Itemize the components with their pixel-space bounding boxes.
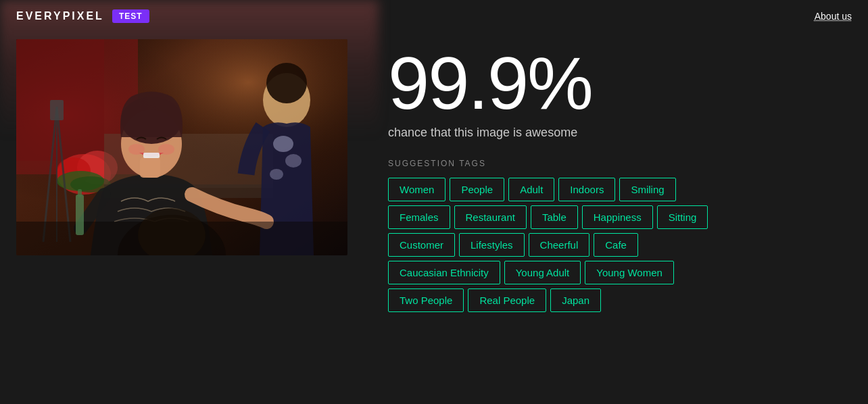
svg-point-27 <box>158 144 174 155</box>
subtitle: chance that this image is awesome <box>388 126 852 140</box>
svg-point-26 <box>128 144 145 155</box>
tag-females[interactable]: Females <box>388 205 450 229</box>
tags-row-3: Customer Lifestyles Cheerful Cafe <box>388 233 852 257</box>
tag-people[interactable]: People <box>450 178 504 201</box>
tags-row-5: Two People Real People Japan <box>388 288 852 312</box>
image-panel <box>16 39 347 312</box>
svg-point-21 <box>270 169 283 180</box>
tag-young-adult[interactable]: Young Adult <box>504 261 581 284</box>
tag-women[interactable]: Women <box>388 178 445 201</box>
tag-cheerful[interactable]: Cheerful <box>529 233 590 257</box>
svg-point-19 <box>273 136 293 152</box>
tag-table[interactable]: Table <box>531 205 578 229</box>
tag-adult[interactable]: Adult <box>508 178 554 201</box>
svg-rect-32 <box>78 189 82 197</box>
svg-rect-31 <box>76 195 84 235</box>
svg-rect-25 <box>143 153 160 158</box>
main-content: 99.9% chance that this image is awesome … <box>0 39 868 312</box>
suggestion-label: SUGGESTION TAGS <box>388 159 852 168</box>
tags-row-4: Caucasian Ethnicity Young Adult Young Wo… <box>388 261 852 284</box>
tag-sitting[interactable]: Sitting <box>657 205 708 229</box>
photo-svg <box>16 39 347 255</box>
tag-smiling[interactable]: Smiling <box>619 178 675 201</box>
tag-indoors[interactable]: Indoors <box>558 178 615 201</box>
svg-point-18 <box>266 63 307 103</box>
tag-lifestyles[interactable]: Lifestyles <box>459 233 525 257</box>
tag-young-women[interactable]: Young Women <box>585 261 674 284</box>
tag-real-people[interactable]: Real People <box>468 288 546 312</box>
header: EVERYPIXEL TEST About us <box>0 0 868 32</box>
logo: EVERYPIXEL <box>16 10 104 22</box>
tag-customer[interactable]: Customer <box>388 233 455 257</box>
header-left: EVERYPIXEL TEST <box>16 9 149 23</box>
about-link[interactable]: About us <box>815 11 852 22</box>
tags-container: Women People Adult Indoors Smiling Femal… <box>388 178 852 312</box>
tag-two-people[interactable]: Two People <box>388 288 464 312</box>
tag-cafe[interactable]: Cafe <box>594 233 638 257</box>
test-badge: TEST <box>112 9 149 23</box>
tag-japan[interactable]: Japan <box>550 288 601 312</box>
tag-restaurant[interactable]: Restaurant <box>454 205 527 229</box>
svg-rect-14 <box>50 100 64 120</box>
percentage: 99.9% <box>388 46 852 120</box>
tag-caucasian-ethnicity[interactable]: Caucasian Ethnicity <box>388 261 500 284</box>
svg-point-20 <box>285 154 302 168</box>
main-image <box>16 39 347 255</box>
tag-happiness[interactable]: Happiness <box>582 205 653 229</box>
tags-row-1: Women People Adult Indoors Smiling <box>388 178 852 201</box>
tags-row-2: Females Restaurant Table Happiness Sitti… <box>388 205 852 229</box>
results-panel: 99.9% chance that this image is awesome … <box>388 39 852 312</box>
